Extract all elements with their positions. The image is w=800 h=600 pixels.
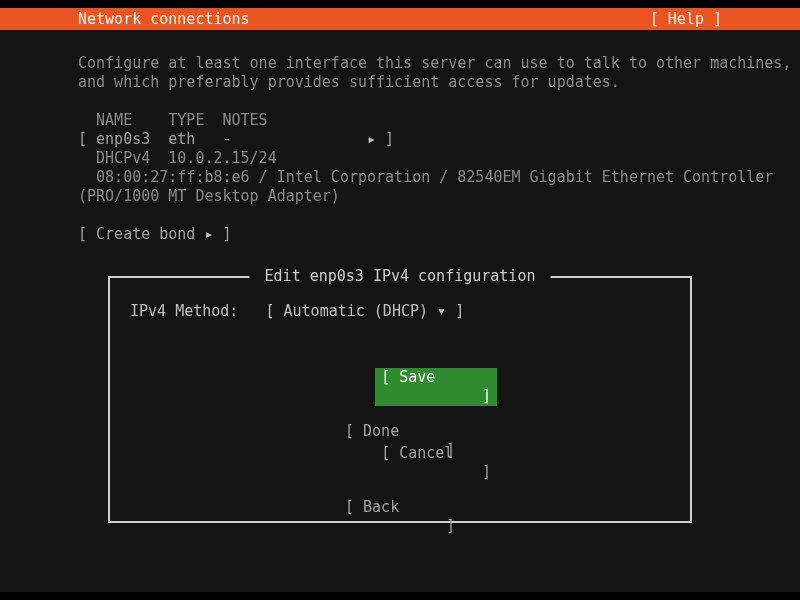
chevron-right-icon: ▸ xyxy=(367,130,376,148)
footer-nav: [ Done ] [ Back ] xyxy=(0,384,800,574)
create-bond-button[interactable]: [ Create bond ▸ ] xyxy=(78,225,722,244)
ipv4-method-select[interactable]: [ Automatic (DHCP) ▾ ] xyxy=(265,302,464,320)
caret-down-icon: ▾ xyxy=(437,302,446,320)
help-button[interactable]: [ Help ] xyxy=(650,10,722,29)
iface-row-enp0s3[interactable]: [ enp0s3 eth - ▸ ] xyxy=(78,130,722,149)
dialog-title: Edit enp0s3 IPv4 configuration xyxy=(250,267,551,286)
iface-hw-line-2: (PRO/1000 MT Desktop Adapter) xyxy=(78,187,722,206)
iface-dhcp-line: DHCPv4 10.0.2.15/24 xyxy=(78,149,722,168)
chevron-right-icon: ▸ xyxy=(204,225,213,243)
back-button[interactable]: [ Back ] xyxy=(339,498,461,536)
iface-hw-line: 08:00:27:ff:b8:e6 / Intel Corporation / … xyxy=(78,168,722,187)
iface-table-header: NAME TYPE NOTES xyxy=(78,111,722,130)
page-title: Network connections xyxy=(78,10,250,29)
header-bar: Network connections [ Help ] xyxy=(0,8,800,30)
done-button[interactable]: [ Done ] xyxy=(339,422,461,460)
intro-line-1: Configure at least one interface this se… xyxy=(78,54,722,73)
ipv4-method-row: IPv4 Method: [ Automatic (DHCP) ▾ ] xyxy=(130,302,670,321)
intro-line-2: and which preferably provides sufficient… xyxy=(78,73,722,92)
